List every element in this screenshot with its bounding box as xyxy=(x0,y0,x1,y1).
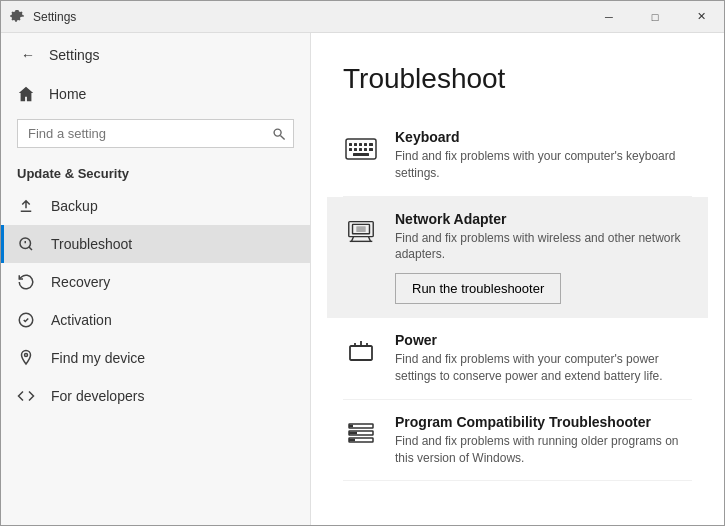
settings-icon xyxy=(9,9,25,25)
titlebar-left: Settings xyxy=(9,9,76,25)
trouble-power-text: Power Find and fix problems with your co… xyxy=(395,332,692,385)
trouble-network-text: Network Adapter Find and fix problems wi… xyxy=(395,211,692,305)
svg-rect-6 xyxy=(349,143,352,146)
sidebar-nav-top: ← Settings xyxy=(1,33,310,77)
trouble-network-desc: Find and fix problems with wireless and … xyxy=(395,230,692,264)
program-compat-icon xyxy=(343,416,379,452)
svg-rect-12 xyxy=(354,148,357,151)
svg-rect-7 xyxy=(354,143,357,146)
troubleshoot-list: Keyboard Find and fix problems with your… xyxy=(343,115,692,481)
sidebar-section-title: Update & Security xyxy=(1,156,310,187)
maximize-button[interactable]: □ xyxy=(632,1,678,33)
svg-rect-11 xyxy=(349,148,352,151)
svg-line-1 xyxy=(280,135,284,139)
trouble-power-name: Power xyxy=(395,332,692,348)
trouble-compat-text: Program Compatibility Troubleshooter Fin… xyxy=(395,414,692,467)
titlebar-controls: ─ □ ✕ xyxy=(586,1,724,33)
trouble-keyboard-desc: Find and fix problems with your computer… xyxy=(395,148,692,182)
svg-rect-14 xyxy=(364,148,367,151)
sidebar-item-developers-label: For developers xyxy=(51,388,144,404)
network-adapter-icon xyxy=(343,213,379,249)
svg-rect-10 xyxy=(369,143,373,146)
sidebar: ← Settings Home Update & Security xyxy=(1,33,311,526)
home-icon xyxy=(17,85,37,103)
find-device-icon xyxy=(17,349,37,367)
svg-rect-13 xyxy=(359,148,362,151)
svg-point-4 xyxy=(25,354,28,357)
trouble-keyboard-name: Keyboard xyxy=(395,129,692,145)
developers-icon xyxy=(17,387,37,405)
sidebar-item-find-device-label: Find my device xyxy=(51,350,145,366)
sidebar-item-troubleshoot-label: Troubleshoot xyxy=(51,236,132,252)
main-layout: ← Settings Home Update & Security xyxy=(1,33,724,526)
trouble-compat-name: Program Compatibility Troubleshooter xyxy=(395,414,692,430)
page-title: Troubleshoot xyxy=(343,63,692,95)
trouble-compat-desc: Find and fix problems with running older… xyxy=(395,433,692,467)
sidebar-item-recovery[interactable]: Recovery xyxy=(1,263,310,301)
titlebar-title: Settings xyxy=(33,10,76,24)
sidebar-search xyxy=(17,119,294,148)
sidebar-item-backup[interactable]: Backup xyxy=(1,187,310,225)
keyboard-icon xyxy=(343,131,379,167)
svg-rect-19 xyxy=(356,226,365,232)
trouble-item-compat: Program Compatibility Troubleshooter Fin… xyxy=(343,400,692,482)
trouble-keyboard-text: Keyboard Find and fix problems with your… xyxy=(395,129,692,182)
svg-rect-8 xyxy=(359,143,362,146)
sidebar-item-recovery-label: Recovery xyxy=(51,274,110,290)
svg-rect-15 xyxy=(369,148,373,151)
minimize-button[interactable]: ─ xyxy=(586,1,632,33)
svg-line-20 xyxy=(352,236,354,241)
backup-icon xyxy=(17,197,37,215)
sidebar-item-home[interactable]: Home xyxy=(1,77,310,111)
activation-icon xyxy=(17,311,37,329)
trouble-item-keyboard: Keyboard Find and fix problems with your… xyxy=(343,115,692,197)
sidebar-item-troubleshoot[interactable]: Troubleshoot xyxy=(1,225,310,263)
sidebar-item-activation[interactable]: Activation xyxy=(1,301,310,339)
recovery-icon xyxy=(17,273,37,291)
back-button[interactable]: ← xyxy=(17,43,39,67)
sidebar-item-developers[interactable]: For developers xyxy=(1,377,310,415)
search-icon xyxy=(272,127,286,141)
sidebar-item-backup-label: Backup xyxy=(51,198,98,214)
svg-line-21 xyxy=(369,236,371,241)
svg-rect-16 xyxy=(353,153,369,156)
app-title: Settings xyxy=(49,47,100,63)
titlebar: Settings ─ □ ✕ xyxy=(1,1,724,33)
svg-rect-9 xyxy=(364,143,367,146)
search-input[interactable] xyxy=(17,119,294,148)
close-button[interactable]: ✕ xyxy=(678,1,724,33)
content-area: Troubleshoot xyxy=(311,33,724,526)
sidebar-home-label: Home xyxy=(49,86,86,102)
trouble-network-name: Network Adapter xyxy=(395,211,692,227)
svg-rect-23 xyxy=(350,346,372,360)
run-troubleshooter-button[interactable]: Run the troubleshooter xyxy=(395,273,561,304)
power-icon xyxy=(343,334,379,370)
trouble-item-power: Power Find and fix problems with your co… xyxy=(343,318,692,400)
troubleshoot-icon xyxy=(17,235,37,253)
sidebar-item-activation-label: Activation xyxy=(51,312,112,328)
sidebar-item-find-device[interactable]: Find my device xyxy=(1,339,310,377)
trouble-power-desc: Find and fix problems with your computer… xyxy=(395,351,692,385)
svg-point-0 xyxy=(274,129,281,136)
trouble-item-network: Network Adapter Find and fix problems wi… xyxy=(327,197,708,319)
